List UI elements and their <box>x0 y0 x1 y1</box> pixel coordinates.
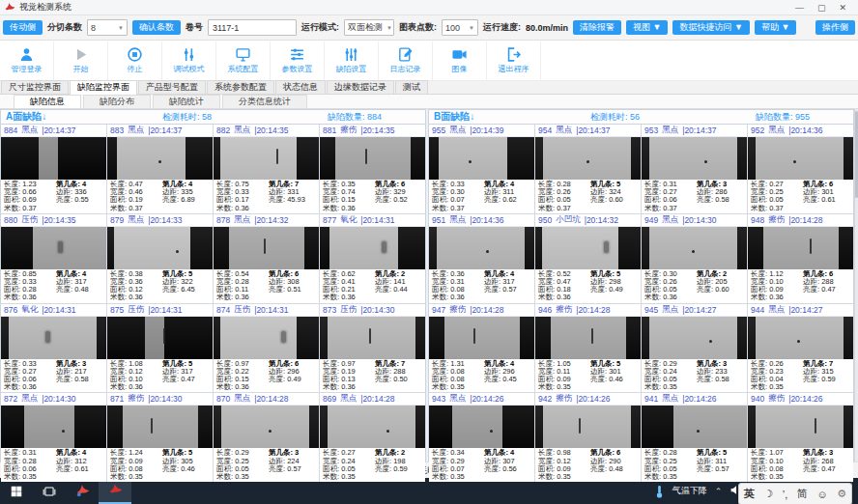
maximize-button[interactable]: ▢ <box>817 3 826 13</box>
defect-image[interactable] <box>1 227 106 269</box>
defect-image[interactable] <box>214 137 319 180</box>
defect-image[interactable] <box>214 406 319 448</box>
defect-cell[interactable]: 875 压伤 |20:14:31 长度: 1.08 宽度: 0.12 面积: 0… <box>107 304 213 393</box>
defect-cell[interactable]: 880 压伤 |20:14:35 长度: 0.85 宽度: 0.33 面积: 0… <box>1 214 106 303</box>
defect-cell[interactable]: 949 黑点 |20:14:30 长度: 0.30 宽度: 0.26 面积: 0… <box>642 214 747 303</box>
subtab-defect-statistics[interactable]: 缺陷统计 <box>153 95 220 108</box>
defect-cell[interactable]: 870 黑点 |20:14:28 长度: 0.29 宽度: 0.25 面积: 0… <box>214 393 319 482</box>
debug-mode-button[interactable]: 调试模式 <box>162 42 216 80</box>
tab-size-monitor[interactable]: 尺寸监控界面 <box>1 80 69 94</box>
defect-cell[interactable]: 873 压伤 |20:14:30 长度: 0.97 宽度: 0.19 面积: 0… <box>320 304 425 393</box>
close-button[interactable]: ✕ <box>839 3 846 13</box>
defect-image[interactable] <box>320 406 425 448</box>
ime-emoji-icon[interactable]: ☺ <box>816 489 827 500</box>
defect-image[interactable] <box>214 317 319 359</box>
defect-cell[interactable]: 942 擦伤 |20:14:26 长度: 0.98 宽度: 0.12 面积: 0… <box>535 393 641 482</box>
defect-image[interactable] <box>1 317 106 359</box>
defect-image[interactable] <box>642 317 747 359</box>
defect-cell[interactable]: 872 黑点 |20:14:30 长度: 0.31 宽度: 0.28 面积: 0… <box>1 393 106 482</box>
defect-image[interactable] <box>748 137 853 180</box>
run-mode-select[interactable]: 双面检测▼ <box>344 19 394 36</box>
thermometer-icon[interactable] <box>654 485 665 498</box>
quick-data-menu-button[interactable]: 数据快捷访问 ▼ <box>672 20 749 35</box>
defect-cell[interactable]: 946 擦伤 |20:14:28 长度: 1.05 宽度: 0.11 面积: 0… <box>535 304 641 393</box>
roll-number-input[interactable] <box>208 19 297 36</box>
tab-status-info[interactable]: 状态信息 <box>275 80 326 94</box>
tab-defect-monitor[interactable]: 缺陷监控界面 <box>70 80 137 95</box>
ime-simplified[interactable]: 简 <box>797 487 808 501</box>
ime-settings-icon[interactable]: ⚙ <box>837 488 846 500</box>
panel-b-title[interactable]: B面缺陷↓ <box>434 110 474 124</box>
help-menu-button[interactable]: 帮助 ▼ <box>755 20 796 35</box>
defect-cell[interactable]: 955 黑点 |20:14:39 长度: 0.33 宽度: 0.30 面积: 0… <box>429 125 534 213</box>
defect-cell[interactable]: 871 擦伤 |20:14:30 长度: 1.24 宽度: 0.09 面积: 0… <box>107 393 213 482</box>
defect-image[interactable] <box>642 406 747 448</box>
defect-image[interactable] <box>535 137 641 180</box>
view-menu-button[interactable]: 视图 ▼ <box>626 20 668 35</box>
defect-cell[interactable]: 954 黑点 |20:14:37 长度: 0.28 宽度: 0.26 面积: 0… <box>535 125 641 213</box>
defect-image[interactable] <box>107 137 213 180</box>
defect-image[interactable] <box>320 227 425 269</box>
defect-cell[interactable]: 947 擦伤 |20:14:28 长度: 1.31 宽度: 0.08 面积: 0… <box>429 304 534 393</box>
tab-system-param-config[interactable]: 系统参数配置 <box>207 80 274 94</box>
drive-side-button[interactable]: 传动侧 <box>3 20 43 35</box>
defect-image[interactable] <box>107 406 213 448</box>
defect-image[interactable] <box>1 406 106 448</box>
defect-cell[interactable]: 950 小凹坑 |20:14:32 长度: 0.52 宽度: 0.47 面积: … <box>535 214 641 303</box>
defect-cell[interactable]: 945 黑点 |20:14:27 长度: 0.29 宽度: 0.24 面积: 0… <box>642 304 747 393</box>
defect-cell[interactable]: 944 黑点 |20:14:27 长度: 0.26 宽度: 0.23 面积: 0… <box>748 304 853 393</box>
ime-lang-en[interactable]: 英 <box>744 487 755 501</box>
defect-image[interactable] <box>1 137 106 180</box>
defect-image[interactable] <box>642 137 747 180</box>
defect-cell[interactable]: 883 黑点 |20:14:37 长度: 0.47 宽度: 0.46 面积: 0… <box>107 125 213 213</box>
defect-image[interactable] <box>748 406 853 448</box>
chart-points-select[interactable]: 100▼ <box>442 19 478 36</box>
defect-image[interactable] <box>320 137 425 180</box>
defect-cell[interactable]: 874 压伤 |20:14:31 长度: 0.97 宽度: 0.22 面积: 0… <box>214 304 319 393</box>
defect-cell[interactable]: 884 黑点 |20:14:37 长度: 1.23 宽度: 0.66 面积: 0… <box>1 125 106 213</box>
weather-text[interactable]: 气温下降 <box>672 485 707 497</box>
defect-image[interactable] <box>429 406 534 448</box>
defect-cell[interactable]: 882 黑点 |20:14:35 长度: 0.75 宽度: 0.33 面积: 0… <box>214 125 319 213</box>
defect-image[interactable] <box>429 317 534 359</box>
defect-cell[interactable]: 953 黑点 |20:14:37 长度: 0.31 宽度: 0.27 面积: 0… <box>642 125 747 213</box>
defect-cell[interactable]: 943 黑点 |20:14:26 长度: 0.34 宽度: 0.29 面积: 0… <box>429 393 534 482</box>
defect-cell[interactable]: 948 擦伤 |20:14:28 长度: 1.12 宽度: 0.10 面积: 0… <box>748 214 853 303</box>
defect-image[interactable] <box>642 227 747 269</box>
defect-settings-button[interactable]: 缺陷设置 <box>325 42 379 80</box>
defect-cell[interactable]: 951 黑点 |20:14:36 长度: 0.36 宽度: 0.31 面积: 0… <box>429 214 534 303</box>
log-record-button[interactable]: 日志记录 <box>379 42 433 80</box>
exit-program-button[interactable]: 退出程序 <box>487 42 541 80</box>
defect-image[interactable] <box>748 227 853 269</box>
defect-image[interactable] <box>107 227 213 269</box>
defect-image[interactable] <box>535 317 641 359</box>
subtab-defect-info[interactable]: 缺陷信息 <box>14 95 81 108</box>
confirm-count-button[interactable]: 确认条数 <box>132 20 181 35</box>
admin-login-button[interactable]: 管理登录 <box>0 42 54 80</box>
vertical-scrollbar[interactable] <box>854 109 858 462</box>
subtab-defect-distribution[interactable]: 缺陷分布 <box>83 95 151 108</box>
defect-image[interactable] <box>429 227 534 269</box>
parameter-settings-button[interactable]: 参数设置 <box>271 42 325 80</box>
defect-image[interactable] <box>535 227 641 269</box>
tab-edge-data-record[interactable]: 边缘数据记录 <box>327 80 394 94</box>
start-button[interactable]: 开始 <box>54 42 108 80</box>
defect-cell[interactable]: 869 黑点 |20:14:28 长度: 0.27 宽度: 0.24 面积: 0… <box>320 393 425 482</box>
defect-image[interactable] <box>535 406 641 448</box>
image-button[interactable]: 图像 <box>433 42 487 80</box>
defect-image[interactable] <box>429 137 534 180</box>
defect-image[interactable] <box>748 317 853 359</box>
defect-cell[interactable]: 881 擦伤 |20:14:35 长度: 0.35 宽度: 0.74 面积: 0… <box>320 125 425 213</box>
tray-expand-icon[interactable]: ⌃ <box>715 487 723 496</box>
defect-image[interactable] <box>107 317 213 359</box>
defect-image[interactable] <box>320 317 425 359</box>
defect-cell[interactable]: 876 氧化 |20:14:31 长度: 0.33 宽度: 0.27 面积: 0… <box>1 304 106 393</box>
defect-cell[interactable]: 952 黑点 |20:14:36 长度: 0.27 宽度: 0.25 面积: 0… <box>748 125 853 213</box>
panel-a-title[interactable]: A面缺陷↓ <box>6 110 46 124</box>
defect-cell[interactable]: 878 黑点 |20:14:32 长度: 0.54 宽度: 0.28 面积: 0… <box>214 214 319 303</box>
ime-toolbar[interactable]: 英 ☽ ’, 简 ☺ ⚙ <box>738 483 852 504</box>
clear-alarm-button[interactable]: 清除报警 <box>573 20 621 35</box>
system-config-button[interactable]: 系统配置 <box>216 42 271 80</box>
defect-image[interactable] <box>214 227 319 269</box>
tab-test[interactable]: 测试 <box>395 80 428 94</box>
